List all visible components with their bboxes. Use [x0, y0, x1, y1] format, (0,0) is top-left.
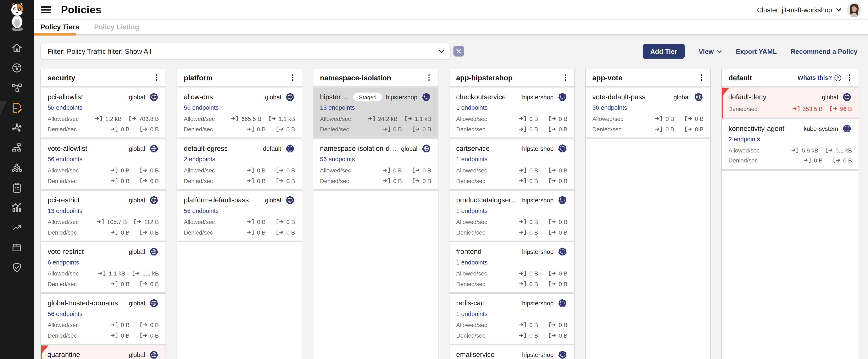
sidebar-item-workload-cluster[interactable]	[0, 159, 34, 178]
egress-stat: 0 B	[136, 332, 159, 338]
endpoints-link[interactable]: 1 endpoints	[456, 104, 488, 111]
policy-filter-dropdown[interactable]: Filter: Policy Traffic filter: Show All	[40, 43, 451, 60]
sidebar-item-network-topology[interactable]	[0, 79, 34, 99]
stat-label: Allowed/sec	[320, 115, 351, 122]
policy-card-vote-restrict[interactable]: vote-restrictglobal 6 endpointsAllowed/s…	[41, 242, 165, 294]
policy-card-emailservice[interactable]: emailservicehipstershop ns1 endpointsAll…	[450, 345, 574, 359]
tier-menu-kebab-icon[interactable]	[289, 73, 297, 82]
egress-stat: 5.1 kB	[825, 147, 852, 153]
endpoints-link[interactable]: 56 endpoints	[48, 104, 82, 111]
policy-card-allow-dns[interactable]: allow-dnsglobal 56 endpointsAllowed/sec …	[177, 88, 302, 139]
policy-name: checkoutservice	[456, 93, 506, 101]
sidebar-item-home[interactable]	[0, 39, 34, 59]
workload-cluster-icon	[11, 162, 23, 175]
egress-traffic-icon	[140, 167, 148, 173]
egress-stat: 0 B	[136, 322, 159, 328]
ingress-stat: 0 B	[240, 229, 266, 236]
sidebar-item-trend-arrow[interactable]	[0, 218, 34, 238]
sidebar-item-node-hierarchy[interactable]	[0, 139, 34, 159]
policy-card-namespace-isolation-default-p[interactable]: namespace-isolation-default-p…global 56 …	[313, 139, 438, 191]
policy-name: emailservice	[456, 351, 495, 359]
sidebar-item-shield-check[interactable]	[0, 258, 34, 278]
endpoints-link[interactable]: 6 endpoints	[48, 259, 79, 266]
tier-menu-kebab-icon[interactable]	[698, 73, 705, 82]
policy-card-pci-restrict[interactable]: pci-restrictglobal 13 endpointsAllowed/s…	[41, 191, 165, 242]
policy-name: hipstershop-gh…	[320, 93, 349, 101]
endpoints-link[interactable]: 56 endpoints	[184, 207, 219, 214]
endpoints-link[interactable]: 2 endpoints	[728, 135, 760, 142]
sidebar-item-dashboard-gauge[interactable]	[0, 59, 34, 79]
view-menu-button[interactable]: View	[699, 47, 722, 55]
policy-name: pci-restrict	[48, 196, 80, 204]
policy-card-hipstershop-gh[interactable]: hipstershop-gh…Stagedhipstershop ns13 en…	[313, 88, 438, 139]
sidebar-item-policies[interactable]	[0, 99, 34, 119]
tier-menu-kebab-icon[interactable]	[425, 73, 433, 82]
sidebar-item-package-box[interactable]	[0, 238, 34, 258]
traffic-stat-row: Allowed/sec 0 B 0 B	[456, 167, 567, 174]
clear-filter-button[interactable]	[453, 46, 464, 56]
ingress-stat: 0 B	[103, 229, 129, 236]
content-area: Filter: Policy Traffic filter: Show All …	[34, 35, 868, 359]
hamburger-menu-icon[interactable]	[41, 6, 51, 13]
stat-label: Denied/sec	[728, 105, 757, 112]
endpoints-link[interactable]: 56 endpoints	[184, 104, 219, 111]
tier-header: app-hipstershop	[450, 70, 574, 88]
endpoints-link[interactable]: 1 endpoints	[456, 156, 488, 163]
policy-card-konnectivity-agent[interactable]: konnectivity-agentkube-system ns2 endpoi…	[722, 119, 859, 170]
sidebar-item-service-graph[interactable]	[0, 119, 34, 139]
stat-label: Denied/sec	[184, 177, 213, 184]
policy-card-default-egress[interactable]: default-egressdefault ns2 endpointsAllow…	[177, 139, 302, 191]
tab-policy-tiers[interactable]: Policy Tiers	[40, 23, 79, 31]
policy-card-global-trusted-domains[interactable]: global-trusted-domainsglobal 56 endpoint…	[41, 294, 165, 345]
tier-menu-kebab-icon[interactable]	[561, 73, 569, 82]
svg-text:ns: ns	[426, 99, 427, 101]
namespace-scope-icon: ns	[557, 143, 567, 154]
add-tier-button[interactable]: Add Tier	[643, 44, 685, 59]
egress-stat: 0 B	[545, 332, 567, 338]
export-yaml-button[interactable]: Export YAML	[736, 47, 777, 55]
policy-card-vote-allowlist[interactable]: vote-allowlistglobal 56 endpointsAllowed…	[41, 139, 165, 191]
cluster-label: Cluster: jlt-msft-workshop	[757, 6, 832, 13]
policy-card-checkoutservice[interactable]: checkoutservicehipstershop ns1 endpoints…	[450, 88, 574, 139]
global-scope-icon	[285, 195, 295, 205]
policy-card-frontend[interactable]: frontendhipstershop ns1 endpointsAllowed…	[450, 242, 574, 294]
user-avatar[interactable]	[847, 2, 861, 17]
endpoints-link[interactable]: 56 endpoints	[592, 104, 627, 111]
sidebar-item-compliance-clipboard[interactable]	[0, 178, 34, 198]
ingress-stat: 0 B	[240, 218, 266, 225]
tab-policy-listing[interactable]: Policy Listing	[94, 23, 139, 31]
policy-card-vote-default-pass[interactable]: vote-default-passglobal 56 endpointsAllo…	[586, 88, 710, 139]
recommend-policy-button[interactable]: Recommend a Policy	[790, 47, 858, 55]
policy-card-productcatalogservice[interactable]: productcatalogservicehipstershop ns1 end…	[450, 191, 574, 242]
policy-card-quarantine[interactable]: quarantineglobal 0 endpoints	[41, 345, 165, 359]
endpoints-link[interactable]: 56 endpoints	[48, 156, 82, 163]
chevron-down-icon	[717, 50, 722, 53]
egress-stat: 0 B	[545, 218, 567, 225]
policy-card-redis-cart[interactable]: redis-carthipstershop ns1 endpointsAllow…	[450, 294, 574, 345]
policy-scope-label: global	[129, 94, 145, 100]
help-circle-icon: ?	[834, 74, 841, 81]
egress-traffic-icon	[548, 322, 556, 328]
traffic-stat-row: Allowed/sec 1.2 kB 703.8 B	[48, 115, 159, 122]
endpoints-link[interactable]: 56 endpoints	[320, 156, 355, 163]
endpoints-link[interactable]: 13 endpoints	[320, 104, 355, 111]
tier-menu-kebab-icon[interactable]	[846, 73, 854, 82]
policy-card-default-deny[interactable]: default-denyglobal Denied/sec 353.5 B 96…	[722, 88, 859, 119]
traffic-stat-row: Denied/sec 0 B 0 B	[456, 125, 567, 133]
policy-card-pci-allowlist[interactable]: pci-allowlistglobal 56 endpointsAllowed/…	[41, 88, 165, 139]
namespace-scope-icon: ns	[557, 298, 567, 308]
endpoints-link[interactable]: 56 endpoints	[48, 310, 82, 317]
policy-card-platform-default-pass[interactable]: platform-default-passglobal 56 endpoints…	[177, 191, 302, 242]
endpoints-link[interactable]: 2 endpoints	[184, 156, 215, 163]
tier-column-default: defaultWhats this? ?default-denyglobal D…	[721, 69, 859, 359]
endpoints-link[interactable]: 13 endpoints	[48, 207, 82, 214]
cluster-selector[interactable]: Cluster: jlt-msft-workshop	[757, 6, 841, 13]
ingress-traffic-icon	[246, 126, 255, 132]
whats-this-link[interactable]: Whats this? ?	[798, 74, 841, 81]
sidebar-item-flow-metrics[interactable]	[0, 198, 34, 218]
policy-card-cartservice[interactable]: cartservicehipstershop ns1 endpointsAllo…	[450, 139, 574, 191]
tier-menu-kebab-icon[interactable]	[153, 73, 160, 82]
endpoints-link[interactable]: 1 endpoints	[456, 259, 488, 266]
endpoints-link[interactable]: 1 endpoints	[456, 310, 488, 317]
endpoints-link[interactable]: 1 endpoints	[456, 207, 488, 214]
